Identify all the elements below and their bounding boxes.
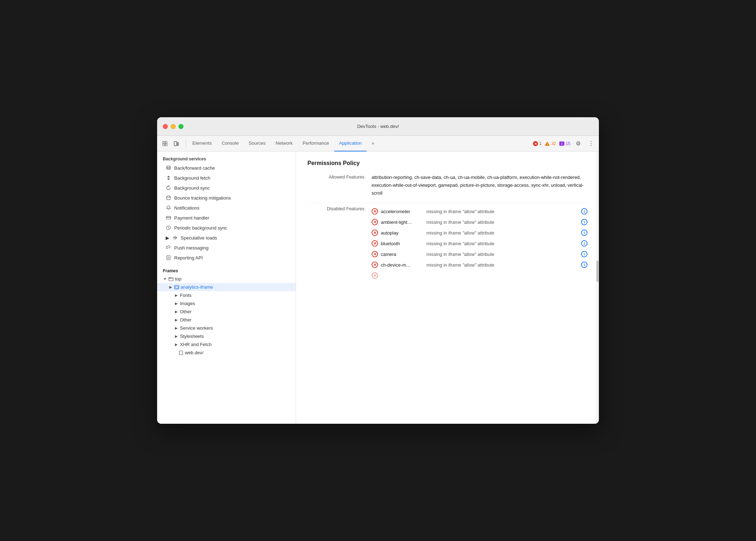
sidebar-item-push[interactable]: Push messaging: [157, 243, 296, 253]
sidebar: Background services Back/forward cache: [157, 151, 296, 424]
database2-icon: [166, 195, 171, 201]
errors-badge[interactable]: ✕ 1: [533, 141, 542, 146]
permissions-table: Allowed Features attribution-reporting, …: [307, 174, 587, 284]
info-link-chdevice[interactable]: i: [581, 262, 587, 268]
sidebar-item-bg-sync[interactable]: Background sync: [157, 183, 296, 193]
more-options-button[interactable]: ⋮: [586, 139, 596, 149]
feature-name-accelerometer: accelerometer: [381, 209, 424, 214]
tab-more[interactable]: »: [367, 136, 379, 151]
expand-images-icon: ▶: [174, 302, 178, 306]
frame-other-1[interactable]: ▶ Other: [157, 308, 296, 316]
error-circle-bluetooth: ✕: [372, 240, 378, 247]
frame-xhr[interactable]: ▶ XHR and Fetch: [157, 340, 296, 349]
tab-application[interactable]: Application: [334, 136, 367, 151]
error-circle-camera: ✕: [372, 251, 378, 257]
content-panel: Permissions Policy Allowed Features attr…: [296, 151, 599, 424]
error-circle-ambient: ✕: [372, 219, 378, 225]
svg-rect-2: [163, 144, 165, 146]
feature-bluetooth: ✕ bluetooth missing in iframe "allow" at…: [372, 238, 587, 249]
frame-fonts[interactable]: ▶ Fonts: [157, 291, 296, 299]
tab-elements[interactable]: Elements: [187, 136, 217, 151]
scrollbar-track: [596, 151, 599, 424]
sidebar-item-speculative[interactable]: ▶ Speculative loads: [157, 233, 296, 243]
info-link-ambient[interactable]: i: [581, 219, 587, 225]
info-icon: i: [559, 141, 565, 146]
svg-rect-4: [174, 141, 177, 146]
scrollbar-thumb[interactable]: [596, 261, 599, 282]
sidebar-item-periodic[interactable]: Periodic background sync: [157, 223, 296, 233]
expand-top-icon: ▼: [163, 277, 167, 281]
info-link-bluetooth[interactable]: i: [581, 240, 587, 247]
feature-reason-accelerometer: missing in iframe "allow" attribute: [426, 209, 578, 214]
toolbar-icons: [160, 139, 181, 149]
sidebar-item-reporting[interactable]: Reporting API: [157, 253, 296, 263]
tab-sources[interactable]: Sources: [244, 136, 271, 151]
expand-sw-icon: ▶: [174, 326, 178, 330]
tab-network[interactable]: Network: [271, 136, 298, 151]
tab-performance[interactable]: Performance: [297, 136, 334, 151]
frame-service-workers[interactable]: ▶ Service workers: [157, 324, 296, 332]
svg-rect-14: [166, 216, 171, 219]
feature-name-autoplay: autoplay: [381, 230, 424, 236]
database-icon: [166, 165, 171, 171]
error-circle-partial: ✕: [372, 272, 378, 279]
sidebar-item-backforward[interactable]: Back/forward cache: [157, 163, 296, 173]
toolbar-right: ✕ 1 ! 32 i 15 ⚙ ⋮: [533, 139, 596, 149]
frame-analytics-iframe[interactable]: ▶ analytics-iframe: [157, 283, 296, 291]
sidebar-item-payment[interactable]: Payment handler: [157, 213, 296, 223]
expand-iframe-icon: ▶: [169, 285, 173, 289]
minimize-button[interactable]: [171, 124, 176, 129]
frame-webdev[interactable]: web.dev/: [157, 349, 296, 357]
feature-name-ambient: ambient-light…: [381, 220, 424, 225]
doc-icon: [166, 255, 171, 261]
inspect-element-button[interactable]: [160, 139, 170, 149]
sidebar-item-bg-fetch[interactable]: Background fetch: [157, 173, 296, 183]
disabled-features-list: ✕ accelerometer missing in iframe "allow…: [372, 206, 587, 281]
svg-rect-1: [165, 141, 167, 143]
info-link-accelerometer[interactable]: i: [581, 208, 587, 215]
toolbar: Elements Console Sources Network Perform…: [157, 136, 599, 151]
sidebar-item-notifications[interactable]: Notifications: [157, 203, 296, 213]
error-circle-chdevice: ✕: [372, 262, 378, 268]
devtools-window: DevTools - web.dev/ Elements: [157, 117, 599, 424]
disabled-features-row: Disabled Features ✕ accelerometer missin…: [307, 203, 587, 284]
error-circle-autoplay: ✕: [372, 230, 378, 236]
settings-button[interactable]: ⚙: [573, 139, 583, 149]
traffic-lights: [163, 124, 183, 129]
frame-stylesheets[interactable]: ▶ Stylesheets: [157, 332, 296, 340]
svg-rect-0: [163, 141, 165, 143]
arrow-right-icon: [172, 235, 178, 241]
feature-ambient-light: ✕ ambient-light… missing in iframe "allo…: [372, 217, 587, 227]
svg-rect-24: [180, 351, 183, 355]
info-link-camera[interactable]: i: [581, 251, 587, 257]
svg-text:✕: ✕: [534, 142, 537, 146]
arrow-updown-icon: [166, 175, 171, 181]
expand-other1-icon: ▶: [174, 310, 178, 314]
frame-top[interactable]: ▼ top: [157, 275, 296, 283]
feature-ch-device: ✕ ch-device-m… missing in iframe "allow"…: [372, 259, 587, 270]
feature-autoplay: ✕ autoplay missing in iframe "allow" att…: [372, 227, 587, 238]
frame-images[interactable]: ▶ Images: [157, 299, 296, 308]
allowed-features-value: attribution-reporting, ch-save-data, ch-…: [372, 174, 587, 197]
inspect-icon: [162, 141, 168, 146]
svg-rect-23: [175, 286, 178, 288]
tab-console[interactable]: Console: [217, 136, 244, 151]
expand-fonts-icon: ▶: [174, 293, 178, 298]
bell-icon: [166, 205, 171, 211]
svg-rect-21: [169, 278, 173, 281]
close-button[interactable]: [163, 124, 168, 129]
page-icon: [178, 350, 183, 355]
info-link-autoplay[interactable]: i: [581, 230, 587, 236]
warnings-badge[interactable]: ! 32: [544, 141, 556, 146]
maximize-button[interactable]: [178, 124, 183, 129]
frame-other-2[interactable]: ▶ Other: [157, 316, 296, 324]
feature-name-bluetooth: bluetooth: [381, 241, 424, 246]
feature-accelerometer: ✕ accelerometer missing in iframe "allow…: [372, 206, 587, 217]
sidebar-item-bounce[interactable]: Bounce tracking mitigations: [157, 193, 296, 203]
expand-other2-icon: ▶: [174, 318, 178, 322]
info-badge[interactable]: i 15: [559, 141, 570, 146]
allowed-features-row: Allowed Features attribution-reporting, …: [307, 174, 587, 197]
feature-reason-autoplay: missing in iframe "allow" attribute: [426, 230, 578, 236]
device-toolbar-button[interactable]: [171, 139, 181, 149]
feature-name-chdevice: ch-device-m…: [381, 262, 424, 268]
